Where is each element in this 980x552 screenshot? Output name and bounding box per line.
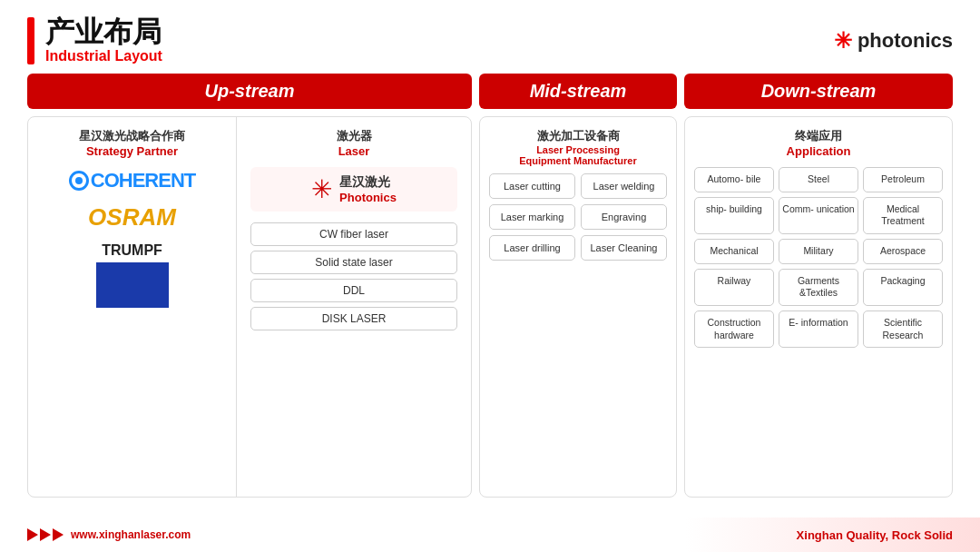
process-item: Laser cutting — [489, 173, 575, 199]
laser-type-item: DDL — [250, 279, 457, 302]
trumpf-blue-block — [96, 262, 169, 308]
laser-en-title: Laser — [250, 144, 457, 158]
midstream-box: 激光加工设备商 Laser Processing Equipment Manuf… — [479, 116, 677, 498]
app-item: Comm- unication — [779, 197, 858, 234]
xinghan-cn: 星汉激光 — [339, 174, 397, 191]
company-logo: ✳ photonics — [834, 28, 953, 54]
logo-star-icon: ✳ — [834, 28, 852, 54]
trumpf-logo: TRUMPF — [42, 242, 222, 308]
title-english: Industrial Layout — [45, 48, 162, 64]
xinghan-star-icon: ✳ — [311, 174, 332, 204]
mid-en-title1: Laser Processing — [489, 144, 667, 155]
coherent-text: COHERENT — [91, 169, 195, 192]
strategy-cn-title: 星汉激光战略合作商 — [42, 128, 222, 144]
app-item: Scientific Research — [863, 310, 943, 348]
app-item: Construction hardware — [694, 310, 774, 348]
downstream-header: Down-stream — [684, 74, 953, 109]
coherent-circle-icon — [69, 171, 89, 191]
app-item: Steel — [779, 167, 858, 192]
mid-cn-title: 激光加工设备商 — [489, 128, 667, 144]
app-item: Aerospace — [863, 239, 943, 264]
xinghan-text-block: 星汉激光 Photonics — [339, 174, 397, 204]
process-item: Laser welding — [581, 173, 667, 199]
process-item: Engraving — [581, 204, 667, 230]
down-cn-title: 终端应用 — [694, 128, 943, 144]
header: 产业布局 Industrial Layout ✳ photonics — [0, 0, 980, 74]
footer-left: www.xinghanlaser.com — [27, 528, 191, 541]
laser-section: 激光器 Laser ✳ 星汉激光 Photonics CW fiber lase… — [237, 117, 471, 497]
process-item: Laser marking — [489, 204, 575, 230]
app-item: Automo- bile — [694, 167, 774, 192]
xinghan-en: Photonics — [339, 191, 397, 204]
title-block: 产业布局 Industrial Layout — [45, 16, 162, 64]
laser-cn-title: 激光器 — [250, 128, 457, 144]
app-item: ship- building — [694, 197, 774, 234]
app-item: Petroleum — [863, 167, 943, 192]
process-grid: Laser cuttingLaser weldingLaser markingE… — [489, 173, 667, 261]
app-item: Medical Treatment — [863, 197, 943, 234]
trumpf-text: TRUMPF — [42, 242, 222, 259]
xinghan-brand: ✳ 星汉激光 Photonics — [250, 167, 457, 212]
app-item: Garments &Textiles — [779, 269, 858, 306]
arrow2-icon — [40, 528, 51, 541]
midstream-header: Mid-stream — [479, 74, 677, 109]
laser-types-list: CW fiber laserSolid state laserDDLDISK L… — [250, 222, 457, 330]
app-item: Military — [779, 239, 858, 264]
strategy-en-title: Strategy Partner — [42, 144, 222, 158]
main-content: 星汉激光战略合作商 Strategy Partner COHERENT OSRA… — [27, 116, 953, 498]
laser-type-item: CW fiber laser — [250, 222, 457, 246]
app-item: Packaging — [863, 269, 943, 306]
downstream-box: 终端应用 Application Automo- bileSteelPetrol… — [684, 116, 953, 498]
footer: www.xinghanlaser.com Xinghan Quality, Ro… — [0, 518, 980, 552]
footer-slogan: Xinghan Quality, Rock Solid — [797, 528, 953, 542]
osram-logo: OSRAM — [42, 203, 222, 232]
red-bar-decoration — [27, 17, 34, 64]
app-item: Railway — [694, 269, 774, 306]
app-item: E- information — [779, 310, 858, 348]
down-en-title: Application — [694, 144, 943, 158]
process-item: Laser Cleaning — [581, 235, 667, 261]
laser-type-item: DISK LASER — [250, 307, 457, 330]
footer-arrows-icon — [27, 528, 64, 541]
arrow1-icon — [27, 528, 38, 541]
upstream-header: Up-stream — [27, 74, 472, 109]
arrow3-icon — [53, 528, 64, 541]
logo-text: photonics — [858, 29, 953, 53]
title-chinese: 产业布局 — [45, 16, 162, 48]
mid-en-title2: Equipment Manufacturer — [489, 155, 667, 166]
footer-url: www.xinghanlaser.com — [71, 528, 191, 541]
app-item: Mechanical — [694, 239, 774, 264]
laser-type-item: Solid state laser — [250, 251, 457, 274]
strategy-partner-section: 星汉激光战略合作商 Strategy Partner COHERENT OSRA… — [28, 117, 237, 497]
process-item: Laser drilling — [489, 235, 575, 261]
upstream-box: 星汉激光战略合作商 Strategy Partner COHERENT OSRA… — [27, 116, 472, 498]
coherent-logo: COHERENT — [42, 169, 222, 192]
header-left: 产业布局 Industrial Layout — [27, 16, 162, 64]
stream-headers: Up-stream Mid-stream Down-stream — [27, 74, 953, 109]
app-grid: Automo- bileSteelPetroleumship- building… — [694, 167, 943, 348]
